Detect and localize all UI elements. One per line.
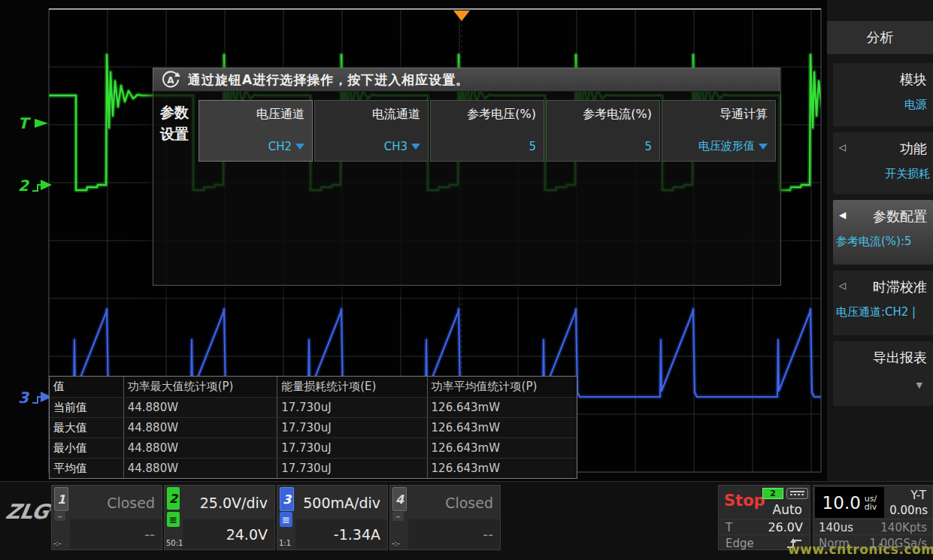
submenu-arrow-icon: ◀	[839, 210, 846, 220]
display-mode: Y-T	[910, 489, 926, 502]
table-row: 当前值 44.880W 17.730uJ 126.643mW	[50, 397, 577, 417]
dropdown-arrow-icon	[759, 144, 768, 150]
submenu-arrow-icon: ◁	[839, 280, 846, 291]
trigger-level-value: 26.0V	[768, 520, 803, 534]
trigger-coupling-icon	[786, 488, 808, 499]
table-header: 功率最大值统计项(P)	[123, 377, 277, 397]
svg-text:A: A	[167, 75, 174, 86]
analysis-menu-panel: 分析 模块 电源 ◁ 功能 开关损耗 ◀ 参数配置 参考电流(%):5 ◁ 时滞…	[827, 0, 933, 481]
timebase-unit: div	[865, 503, 877, 511]
item-title: 时滞校准	[873, 278, 927, 296]
channel-4-badge: 4	[392, 487, 407, 511]
current-channel-button[interactable]: 电流通道 CH3	[314, 100, 429, 162]
button-label: 电流通道	[372, 107, 420, 123]
table-header: 值	[50, 377, 123, 397]
button-label: 导通计算	[719, 107, 768, 123]
table-row: 平均值 44.880W 17.730uJ 126.643mW	[50, 458, 577, 478]
trigger-delay: 0.00ns	[889, 504, 928, 517]
timebase-scale-box: 10.0 us/div	[815, 487, 884, 518]
channel-4-box[interactable]: 4 – -:- Closed --	[389, 485, 501, 550]
sidebar-title: 分析	[827, 21, 933, 54]
trigger-panel[interactable]: Stop 2 Auto T 26.0V Edge	[718, 485, 810, 550]
channel-1-box[interactable]: 1 – -:- Closed --	[51, 485, 162, 550]
cell-value: 44.880W	[123, 459, 277, 478]
table-header-row: 值 功率最大值统计项(P) 能量损耗统计项(E) 功率平均值统计项(P)	[50, 377, 577, 397]
dropdown-arrow-icon	[411, 144, 420, 150]
ch2-marker-label: 2	[18, 177, 29, 195]
button-value: 5	[529, 140, 536, 153]
item-title: 模块	[900, 71, 927, 89]
channel-2-coupling-icon: ≡	[167, 512, 180, 527]
cell-value: 126.643mW	[427, 398, 577, 417]
trigger-mode: Auto	[773, 502, 802, 517]
channel-3-badge: 3	[280, 487, 294, 511]
row-label: 平均值	[50, 459, 123, 478]
ch2-ground-arrow-icon	[30, 176, 53, 195]
item-value: 电压通道:CH2 |	[836, 305, 916, 319]
trigger-level-row: T 26.0V	[719, 519, 810, 535]
knob-a-icon: A	[161, 70, 180, 89]
item-value: 开关损耗	[885, 167, 930, 181]
row-label: 最小值	[50, 438, 123, 458]
table-header: 能量损耗统计项(E)	[277, 377, 426, 397]
param-settings-label: 参数设置	[160, 101, 193, 146]
cell-value: 126.643mW	[427, 459, 577, 478]
channel-2-box[interactable]: 2 ≡ 50:1 25.0V/div 24.0V	[164, 485, 275, 550]
oscilloscope-screen: T 2 3 值 功率最大值统计项(P) 能量损耗统计项(E) 功率平均值统计项(…	[0, 0, 933, 560]
button-value: 电压波形值	[698, 139, 755, 153]
table-row: 最大值 44.880W 17.730uJ 126.643mW	[50, 417, 577, 437]
voltage-channel-button[interactable]: 电压通道 CH2	[198, 100, 313, 162]
cell-value: 17.730uJ	[277, 398, 426, 417]
timebase-panel[interactable]: 10.0 us/div Y-T 0.00ns 140us 140Kpts Nor…	[813, 485, 933, 550]
channel-status: Closed	[445, 495, 493, 511]
timebase-scale-value: 10.0	[822, 493, 861, 513]
sidebar-item-function[interactable]: ◁ 功能 开关损耗	[833, 132, 933, 194]
probe-ratio: -:-	[392, 539, 400, 547]
trigger-source-badge: 2	[762, 488, 783, 499]
probe-ratio: 1:1	[279, 539, 291, 547]
conduction-calc-button[interactable]: 导通计算 电压波形值	[662, 100, 776, 162]
button-value: CH3	[384, 140, 407, 153]
sidebar-item-export-report[interactable]: 导出报表 ▼	[833, 341, 933, 406]
knob-select-dialog: A 通过旋钮A进行选择操作，按下进入相应设置。 参数设置 电压通道 CH2 电流…	[153, 68, 781, 286]
trigger-type-label: Edge	[725, 537, 754, 550]
channel-2-badge: 2	[167, 487, 180, 510]
row-label: 当前值	[50, 398, 123, 417]
trigger-level-marker[interactable]: T	[18, 114, 50, 132]
ch3-marker-label: 3	[18, 389, 29, 407]
watermark: www.cntronics.com	[788, 542, 933, 557]
record-row: 140us 140Kpts	[813, 519, 932, 535]
channel-1-badge: 1	[54, 487, 68, 511]
button-value: CH2	[268, 140, 292, 153]
sidebar-item-deskew[interactable]: ◁ 时滞校准 电压通道:CH2 |	[833, 271, 933, 335]
time-window: 140us	[819, 521, 853, 534]
cell-value: 44.880W	[123, 438, 277, 458]
cell-value: 17.730uJ	[277, 459, 426, 478]
item-value: 电源	[904, 98, 927, 112]
probe-ratio: 50:1	[166, 539, 183, 547]
cell-value: 126.643mW	[427, 438, 577, 458]
trigger-level-label: T	[725, 521, 732, 534]
channel-offset: -1.34A	[334, 526, 380, 543]
run-state: Stop	[724, 492, 765, 510]
row-label: 最大值	[50, 418, 123, 437]
trigger-arrow-icon	[30, 115, 50, 132]
cell-value: 44.880W	[123, 398, 277, 417]
sidebar-item-param-config[interactable]: ◀ 参数配置 参考电流(%):5	[833, 200, 933, 265]
sidebar-item-module[interactable]: 模块 电源	[833, 63, 933, 126]
item-title: 功能	[900, 140, 927, 158]
item-title: 参数配置	[873, 207, 927, 226]
chevron-down-icon: ▼	[916, 380, 922, 390]
channel-4-coupling-icon: –	[392, 512, 404, 521]
cell-value: 17.730uJ	[277, 438, 426, 458]
ref-current-button[interactable]: 参考电流(%) 5	[546, 100, 660, 162]
ch2-ground-marker[interactable]: 2	[18, 176, 53, 195]
trigger-marker-label: T	[18, 114, 29, 132]
ch3-ground-marker[interactable]: 3	[18, 388, 53, 407]
channel-3-box[interactable]: 3 ≡ 1:1 500mA/div -1.34A	[277, 485, 388, 550]
ref-voltage-button[interactable]: 参考电压(%) 5	[430, 100, 544, 162]
table-row: 最小值 44.880W 17.730uJ 126.643mW	[50, 437, 577, 458]
channel-offset: --	[144, 526, 155, 543]
cell-value: 17.730uJ	[277, 418, 426, 437]
button-label: 电压通道	[256, 107, 304, 123]
